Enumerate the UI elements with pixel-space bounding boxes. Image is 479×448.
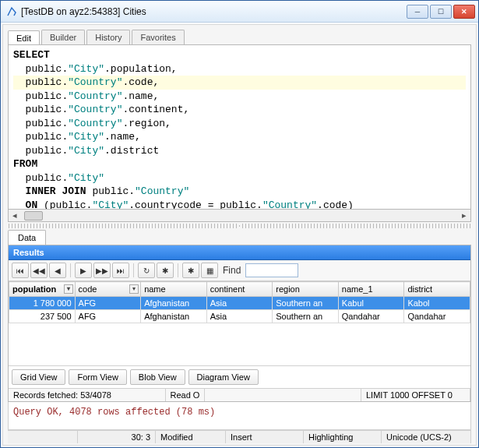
cell[interactable]: Afghanistan	[141, 297, 207, 310]
cell[interactable]: AFG	[75, 297, 141, 310]
cell[interactable]: Kabul	[338, 297, 404, 310]
col-name_1[interactable]: name_1	[338, 282, 404, 297]
cell[interactable]: Afghanistan	[141, 310, 207, 323]
limit-status: LIMIT 1000 OFFSET 0	[361, 389, 470, 401]
cell[interactable]: Qandahar	[338, 310, 404, 323]
col-code[interactable]: code▾	[75, 282, 141, 297]
find-input[interactable]	[245, 263, 298, 277]
editor-hscrollbar[interactable]: ◂▸	[8, 210, 471, 222]
output-console: Query OK, 4078 rows affected (78 ms)	[8, 402, 471, 430]
records-status: Records fetched: 53/4078	[9, 389, 166, 401]
cell[interactable]: Asia	[206, 310, 273, 323]
filter-button[interactable]: ▦	[201, 263, 218, 278]
prev-record-button[interactable]: ◀	[49, 263, 66, 278]
first-record-button[interactable]: ⏮	[12, 263, 29, 278]
grid-status-row: Records fetched: 53/4078 Read O LIMIT 10…	[9, 388, 470, 401]
cell[interactable]: Asia	[206, 297, 273, 310]
cell[interactable]: Southern an	[273, 310, 339, 323]
data-tab[interactable]: Data	[8, 230, 46, 245]
col-continent[interactable]: continent	[206, 282, 273, 297]
editor-tabstrip: EditBuilderHistoryFavorites	[5, 26, 474, 44]
titlebar: [TestDB on ayz2:54383] Cities ─ ☐ ✕	[1, 1, 478, 23]
col-population[interactable]: population▾	[9, 282, 76, 297]
read-status: Read O	[166, 389, 205, 401]
results-header: Results	[9, 245, 470, 260]
insert-mode: Insert	[226, 431, 304, 443]
table-row[interactable]: 1 780 000AFGAfghanistanAsiaSouthern anKa…	[9, 297, 470, 310]
statusbar: 30: 3 Modified Insert Highlighting Unico…	[8, 430, 471, 443]
tab-history[interactable]: History	[86, 30, 130, 44]
form-view-button[interactable]: Form View	[69, 369, 126, 385]
col-name[interactable]: name	[141, 282, 207, 297]
close-button[interactable]: ✕	[453, 5, 475, 19]
data-panel: Data Results ⏮ ◀◀ ◀ ▶ ▶▶ ⏭ ↻ ✱ ✱ ▦	[8, 230, 471, 402]
refresh-button[interactable]: ↻	[138, 263, 155, 278]
col-district[interactable]: district	[404, 282, 470, 297]
encoding-status: Unicode (UCS-2)	[382, 431, 471, 443]
cursor-pos: 30: 3	[78, 431, 156, 443]
diagram-view-button[interactable]: Diagram View	[188, 369, 259, 385]
highlight-button[interactable]: ✱	[182, 263, 199, 278]
cell[interactable]: Kabol	[404, 297, 470, 310]
app-window: [TestDB on ayz2:54383] Cities ─ ☐ ✕ Edit…	[0, 0, 479, 448]
add-button[interactable]: ✱	[157, 263, 174, 278]
tab-edit[interactable]: Edit	[8, 30, 40, 45]
cell[interactable]: AFG	[75, 310, 141, 323]
tab-favorites[interactable]: Favorites	[132, 30, 184, 44]
highlighting-status: Highlighting	[304, 431, 382, 443]
cell[interactable]: Southern an	[273, 297, 339, 310]
window-title: [TestDB on ayz2:54383] Cities	[21, 6, 407, 17]
grid-view-button[interactable]: Grid View	[12, 369, 65, 385]
results-toolbar: ⏮ ◀◀ ◀ ▶ ▶▶ ⏭ ↻ ✱ ✱ ▦ Find	[9, 260, 470, 281]
results-grid[interactable]: population▾code▾namecontinentregionname_…	[9, 281, 470, 365]
col-dropdown-icon[interactable]: ▾	[64, 284, 73, 294]
maximize-button[interactable]: ☐	[430, 5, 452, 19]
last-record-button[interactable]: ⏭	[112, 263, 129, 278]
table-row[interactable]: 237 500AFGAfghanistanAsiaSouthern anQand…	[9, 310, 470, 323]
blob-view-button[interactable]: Blob View	[130, 369, 185, 385]
prev-page-button[interactable]: ◀◀	[30, 263, 48, 278]
modified-status: Modified	[156, 431, 226, 443]
content-area: EditBuilderHistoryFavorites SELECT publi…	[2, 24, 477, 446]
next-page-button[interactable]: ▶▶	[93, 263, 111, 278]
cell[interactable]: Qandahar	[404, 310, 470, 323]
cell[interactable]: 1 780 000	[9, 297, 76, 310]
play-button[interactable]: ▶	[75, 263, 92, 278]
tab-builder[interactable]: Builder	[41, 30, 85, 44]
cell[interactable]: 237 500	[9, 310, 76, 323]
col-region[interactable]: region	[273, 282, 339, 297]
sql-editor[interactable]: SELECT public."City".population, public.…	[8, 44, 471, 210]
splitter[interactable]	[8, 224, 471, 228]
view-buttons: Grid ViewForm ViewBlob ViewDiagram View	[9, 365, 470, 388]
app-icon	[5, 5, 18, 18]
minimize-button[interactable]: ─	[407, 5, 428, 19]
find-label: Find	[223, 265, 241, 276]
col-dropdown-icon[interactable]: ▾	[129, 284, 139, 294]
